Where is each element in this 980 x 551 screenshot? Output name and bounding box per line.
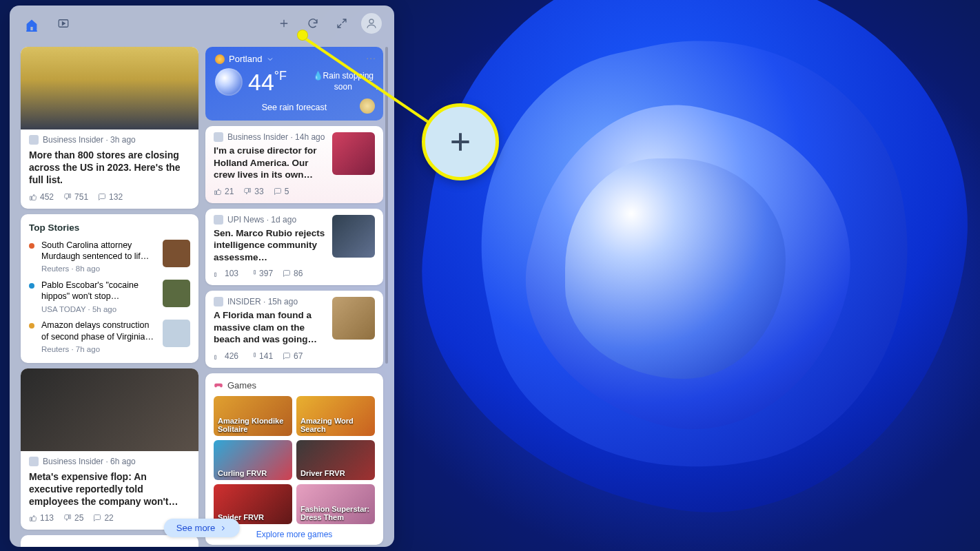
controller-icon [214,380,223,390]
weather-next-icon[interactable]: › [376,81,379,92]
news-card-title: More than 800 stores are closing across … [29,149,190,187]
chevron-down-icon[interactable] [266,55,274,63]
see-more-button[interactable]: See more [164,519,240,537]
refresh-icon[interactable] [303,14,323,33]
story-thumb [163,280,190,307]
source-badge [29,135,39,145]
news-card[interactable]: Business Insider · 3h ago More than 800 … [21,47,198,209]
story-thumb [163,320,190,347]
more-icon[interactable]: ··· [366,52,376,63]
svg-point-1 [369,19,374,23]
profile-avatar[interactable] [361,13,382,34]
feed-column-right: Portland 44°F 💧Rain stoppingsoon › See r… [205,47,383,547]
feed-column-left: Business Insider · 3h ago More than 800 … [21,47,198,547]
news-thumb [332,132,375,175]
plus-icon [447,129,473,155]
forecast-link[interactable]: See rain forecast [215,103,374,112]
game-tile[interactable]: Curling FRVR [214,440,292,480]
game-tile[interactable]: Fashion Superstar: Dress Them [296,484,375,524]
annotation-zoom-bubble [422,103,499,180]
panel-scrollbar[interactable] [385,47,388,364]
dislike-count[interactable]: 751 [63,192,88,202]
chevron-right-icon [219,524,227,532]
story-thumb [163,240,190,267]
news-card[interactable]: UPI News · 1d ago Sen. Marco Rubio rejec… [205,209,383,286]
news-card-image [21,368,198,451]
news-card-source: Business Insider · 3h ago [43,135,136,145]
game-tile[interactable]: Amazing Word Search [296,396,375,436]
reaction-bar: 452 751 132 [29,192,190,202]
weather-card[interactable]: Portland 44°F 💧Rain stoppingsoon › See r… [205,47,383,121]
widgets-panel: Business Insider · 3h ago More than 800 … [10,6,394,547]
expand-icon[interactable] [332,14,351,33]
comment-count[interactable]: 132 [98,192,123,202]
watch-icon[interactable] [54,14,73,33]
widgets-toolbar [10,6,394,41]
top-stories-card: Top Stories South Carolina attorney Murd… [21,214,198,363]
weather-condition-icon [215,54,225,64]
games-header: Games [227,380,256,391]
news-card-image [21,47,198,129]
top-story-item[interactable]: South Carolina attorney Murdaugh sentenc… [29,240,190,274]
news-card-source: Business Insider · 6h ago [43,457,136,466]
top-stories-header: Top Stories [29,222,190,233]
annotation-dot [298,30,307,40]
news-thumb [332,297,375,340]
top-story-item[interactable]: Amazon delays construction of second pha… [29,320,190,354]
top-story-item[interactable]: Pablo Escobar's "cocaine hippos" won't s… [29,280,190,314]
news-card[interactable]: Business Insider · 6h ago Meta's expensi… [21,368,198,530]
game-tile[interactable]: Driver FRVR [296,440,375,480]
like-count[interactable]: 452 [29,192,54,202]
news-card[interactable]: Business Insider · 14h ago I'm a cruise … [205,126,383,203]
news-card-title: Meta's expensive flop: An executive repo… [29,470,190,508]
weather-rain-icon [215,68,243,96]
news-card[interactable]: INSIDER · 15h ago A Florida man found a … [205,291,383,368]
add-widget-icon[interactable] [274,14,294,33]
weather-location: Portland [229,54,262,64]
game-tile[interactable]: Amazing Klondike Solitaire [214,396,292,436]
news-thumb [332,215,375,258]
